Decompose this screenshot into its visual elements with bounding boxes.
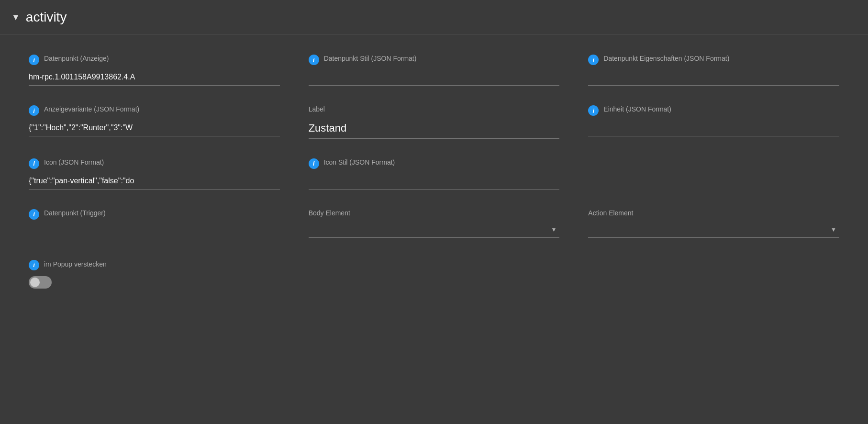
info-icon-datenpunkt-eigenschaften[interactable]: i (588, 55, 599, 65)
field-label-row-trigger: i Datenpunkt (Trigger) (29, 209, 280, 220)
field-label-datenpunkt-stil: Datenpunkt Stil (JSON Format) (324, 54, 417, 64)
field-label-icon-stil: Icon Stil (JSON Format) (324, 158, 395, 167)
field-anzeigevariante: i Anzeigevariante (JSON Format) {"1":"Ho… (29, 105, 280, 139)
field-einheit: i Einheit (JSON Format) (588, 105, 839, 139)
field-input-wrapper: hm-rpc.1.001158A9913862.4.A (29, 71, 280, 86)
info-icon-datenpunkt-stil[interactable]: i (309, 55, 319, 65)
field-label-row-eigenschaften: i Datenpunkt Eigenschaften (JSON Format) (588, 54, 839, 65)
field-input-wrapper-label: Zustand (309, 120, 560, 139)
field-im-popup-verstecken: i im Popup verstecken (29, 259, 280, 289)
field-label-row-icon: i Icon (JSON Format) (29, 158, 280, 169)
header: ▼ activity (0, 0, 868, 35)
info-icon-datenpunkt-trigger[interactable]: i (29, 209, 39, 220)
field-label-row-einheit: i Einheit (JSON Format) (588, 105, 839, 116)
field-datenpunkt-eigenschaften: i Datenpunkt Eigenschaften (JSON Format) (588, 54, 839, 86)
field-icon-stil: i Icon Stil (JSON Format) (309, 158, 560, 190)
fields-row-1: i Datenpunkt (Anzeige) hm-rpc.1.001158A9… (29, 54, 839, 240)
datenpunkt-eigenschaften-input[interactable] (588, 71, 839, 86)
field-label-group: Label Zustand (309, 105, 560, 139)
field-label-icon: Icon (JSON Format) (44, 158, 104, 167)
einheit-input[interactable] (588, 122, 839, 136)
datenpunkt-anzeige-value[interactable]: hm-rpc.1.001158A9913862.4.A (29, 71, 280, 86)
field-datenpunkt-stil: i Datenpunkt Stil (JSON Format) (309, 54, 560, 86)
field-label-row-body: Body Element (309, 209, 560, 218)
field-label-row: i Datenpunkt (Anzeige) (29, 54, 280, 65)
trash-button[interactable] (841, 15, 845, 19)
field-label-einheit: Einheit (JSON Format) (603, 105, 671, 114)
im-popup-toggle[interactable] (29, 276, 52, 289)
field-label-label: Label (309, 105, 325, 114)
info-icon-einheit[interactable]: i (588, 105, 599, 116)
field-input-wrapper-stil (309, 71, 560, 86)
header-left: ▼ activity (11, 10, 67, 25)
field-input-wrapper-einheit (588, 122, 839, 136)
chevron-down-icon[interactable]: ▼ (11, 12, 20, 22)
field-label-row-stil: i Datenpunkt Stil (JSON Format) (309, 54, 560, 65)
field-input-wrapper-icon-stil (309, 175, 560, 190)
field-label-im-popup: im Popup verstecken (44, 260, 107, 269)
field-empty-r3c3 (588, 158, 839, 190)
icon-value[interactable]: {"true":"pan-vertical","false":"do (29, 175, 280, 190)
info-icon-anzeigevariante[interactable]: i (29, 105, 39, 116)
field-icon: i Icon (JSON Format) {"true":"pan-vertic… (29, 158, 280, 190)
field-label-body-element: Body Element (309, 209, 350, 218)
anzeigevariante-value[interactable]: {"1":"Hoch","2":"Runter","3":"W (29, 122, 280, 136)
field-label-datenpunkt-trigger: Datenpunkt (Trigger) (44, 209, 106, 218)
body-element-select[interactable] (309, 223, 560, 238)
field-body-element: Body Element ▼ (309, 209, 560, 240)
field-label-datenpunkt-eigenschaften: Datenpunkt Eigenschaften (JSON Format) (603, 54, 729, 64)
icon-stil-input[interactable] (309, 175, 560, 190)
toggle-slider (29, 276, 52, 289)
field-label-action-element: Action Element (588, 209, 633, 218)
info-icon-im-popup[interactable]: i (29, 260, 39, 270)
field-input-wrapper-body: ▼ (309, 223, 560, 238)
field-label-row-icon-stil: i Icon Stil (JSON Format) (309, 158, 560, 169)
field-label-row-label: Label (309, 105, 560, 114)
field-input-wrapper-eigenschaften (588, 71, 839, 86)
datenpunkt-trigger-input[interactable] (29, 225, 280, 240)
toggle-row: i im Popup verstecken (29, 259, 839, 289)
content: i Datenpunkt (Anzeige) hm-rpc.1.001158A9… (0, 35, 868, 308)
field-label-anzeigevariante: Anzeigevariante (JSON Format) (44, 105, 139, 114)
field-label-datenpunkt-anzeige: Datenpunkt (Anzeige) (44, 54, 109, 64)
header-icons (841, 15, 857, 19)
info-icon-icon-stil[interactable]: i (309, 158, 319, 169)
page-title: activity (26, 10, 67, 25)
datenpunkt-stil-input[interactable] (309, 71, 560, 86)
info-icon-icon[interactable]: i (29, 158, 39, 169)
field-datenpunkt-trigger: i Datenpunkt (Trigger) (29, 209, 280, 240)
field-label-row-action: Action Element (588, 209, 839, 218)
field-label-row-anzeigevariante: i Anzeigevariante (JSON Format) (29, 105, 280, 116)
field-input-wrapper-anzeigevariante: {"1":"Hoch","2":"Runter","3":"W (29, 122, 280, 136)
toggle-label-row: i im Popup verstecken (29, 259, 280, 270)
field-input-wrapper-trigger (29, 225, 280, 240)
info-icon-datenpunkt-anzeige[interactable]: i (29, 55, 39, 65)
grid-button[interactable] (853, 15, 857, 19)
label-value[interactable]: Zustand (309, 120, 560, 139)
field-action-element: Action Element ▼ (588, 209, 839, 240)
field-input-wrapper-icon: {"true":"pan-vertical","false":"do (29, 175, 280, 190)
field-datenpunkt-anzeige: i Datenpunkt (Anzeige) hm-rpc.1.001158A9… (29, 54, 280, 86)
action-element-select[interactable] (588, 223, 839, 238)
field-input-wrapper-action: ▼ (588, 223, 839, 238)
